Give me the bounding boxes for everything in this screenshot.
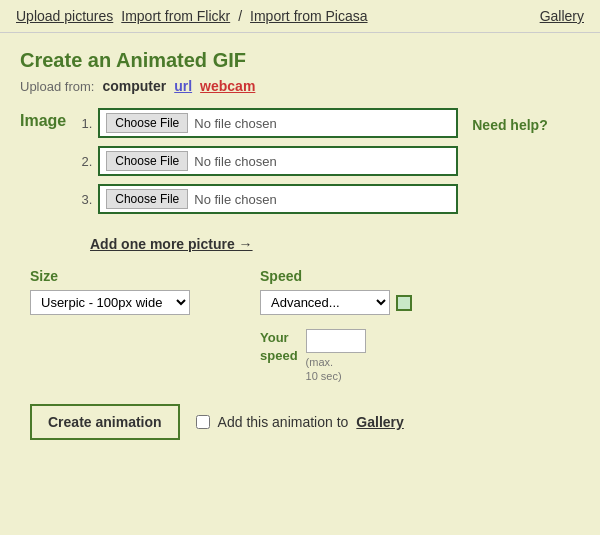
speed-checkbox[interactable] (396, 295, 412, 311)
upload-source-webcam[interactable]: webcam (200, 78, 255, 94)
your-speed-input-area: (max.10 sec) (306, 329, 366, 384)
gallery-link[interactable]: Gallery (356, 414, 403, 430)
size-block: Size Userpic - 100px wide Small - 200px … (30, 268, 190, 315)
main-content: Create an Animated GIF Upload from: comp… (0, 33, 600, 456)
file-row-1: 1. Choose File No file chosen Need help? (76, 108, 580, 138)
max-note: (max.10 sec) (306, 355, 366, 384)
nav-gallery[interactable]: Gallery (540, 8, 584, 24)
no-file-text-1: No file chosen (194, 116, 276, 131)
nav-import-picasa[interactable]: Import from Picasa (250, 8, 367, 24)
file-input-wrapper-1: Choose File No file chosen (98, 108, 458, 138)
file-inputs-area: 1. Choose File No file chosen Need help?… (76, 108, 580, 222)
size-select[interactable]: Userpic - 100px wide Small - 200px wide … (30, 290, 190, 315)
choose-file-btn-2[interactable]: Choose File (106, 151, 188, 171)
no-file-text-2: No file chosen (194, 154, 276, 169)
gallery-checkbox-label: Add this animation to (218, 414, 349, 430)
your-speed-input[interactable] (306, 329, 366, 353)
image-label: Image (20, 108, 66, 130)
create-animation-button[interactable]: Create animation (30, 404, 180, 440)
need-help-link[interactable]: Need help? (472, 113, 547, 133)
image-section: Image 1. Choose File No file chosen Need… (20, 108, 580, 222)
upload-source-computer[interactable]: computer (102, 78, 166, 94)
your-speed-block: Yourspeed (max.10 sec) (260, 329, 412, 384)
row-num-2: 2. (76, 154, 92, 169)
add-more-picture-link[interactable]: Add one more picture → (90, 236, 253, 252)
file-input-wrapper-2: Choose File No file chosen (98, 146, 458, 176)
choose-file-btn-3[interactable]: Choose File (106, 189, 188, 209)
bottom-row: Create animation Add this animation to G… (20, 404, 580, 440)
nav-import-flickr[interactable]: Import from Flickr (121, 8, 230, 24)
choose-file-btn-1[interactable]: Choose File (106, 113, 188, 133)
row-num-1: 1. (76, 116, 92, 131)
file-row-2: 2. Choose File No file chosen (76, 146, 580, 176)
upload-from-row: Upload from: computer url webcam (20, 78, 580, 94)
no-file-text-3: No file chosen (194, 192, 276, 207)
gallery-check-row: Add this animation to Gallery (196, 414, 404, 430)
top-nav: Upload pictures Import from Flickr / Imp… (0, 0, 600, 33)
your-speed-label-text: Yourspeed (260, 329, 298, 365)
speed-select-row: Advanced... Slow Normal Fast (260, 290, 412, 315)
speed-block: Speed Advanced... Slow Normal Fast Yours… (260, 268, 412, 384)
speed-label: Speed (260, 268, 412, 284)
upload-source-url[interactable]: url (174, 78, 192, 94)
row-num-3: 3. (76, 192, 92, 207)
nav-separator: / (238, 8, 242, 24)
file-row-3: 3. Choose File No file chosen (76, 184, 580, 214)
nav-upload-pictures[interactable]: Upload pictures (16, 8, 113, 24)
gallery-checkbox[interactable] (196, 415, 210, 429)
page-title: Create an Animated GIF (20, 49, 580, 72)
options-section: Size Userpic - 100px wide Small - 200px … (30, 268, 580, 384)
file-input-wrapper-3: Choose File No file chosen (98, 184, 458, 214)
speed-select[interactable]: Advanced... Slow Normal Fast (260, 290, 390, 315)
upload-from-label: Upload from: (20, 79, 94, 94)
size-label: Size (30, 268, 190, 284)
